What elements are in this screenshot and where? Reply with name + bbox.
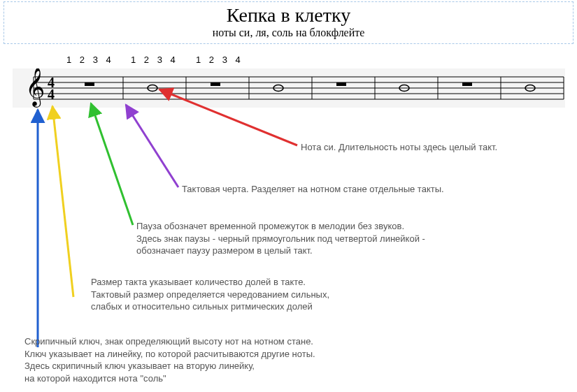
annotation-barline: Тактовая черта. Разделяет на нотном стан… bbox=[182, 183, 444, 196]
beat-group-2: 1 2 3 4 bbox=[131, 55, 178, 65]
annotation-rest: Пауза обозначет временной промежуток в м… bbox=[136, 220, 425, 257]
annotation-note-b: Нота си. Длительность ноты здесь целый т… bbox=[301, 141, 497, 154]
annotation-timesig: Размер такта указывает количество долей … bbox=[91, 276, 329, 313]
beat-group-3: 1 2 3 4 bbox=[196, 55, 243, 65]
svg-rect-16 bbox=[336, 82, 346, 86]
treble-clef-icon: 𝄞 bbox=[25, 68, 45, 108]
arrow-barline bbox=[126, 105, 178, 187]
annotation-clef: Скрипичный ключ, знак определяющий высот… bbox=[24, 335, 315, 384]
header-box: Кепка в клетку ноты си, ля, соль на блок… bbox=[3, 1, 574, 44]
beat-group-1: 1 2 3 4 bbox=[66, 55, 114, 65]
page-subtitle: ноты си, ля, соль на блокфлейте bbox=[4, 27, 573, 39]
page-title: Кепка в клетку bbox=[4, 5, 573, 27]
time-sig-bottom: 4 bbox=[48, 87, 55, 102]
svg-rect-15 bbox=[211, 82, 220, 86]
svg-rect-17 bbox=[462, 82, 472, 86]
staff-svg: 𝄞 4 4 bbox=[13, 68, 565, 108]
arrow-rest bbox=[91, 103, 133, 225]
svg-rect-14 bbox=[85, 82, 94, 86]
music-staff: 𝄞 4 4 bbox=[13, 68, 565, 108]
arrow-timesig bbox=[52, 106, 73, 297]
